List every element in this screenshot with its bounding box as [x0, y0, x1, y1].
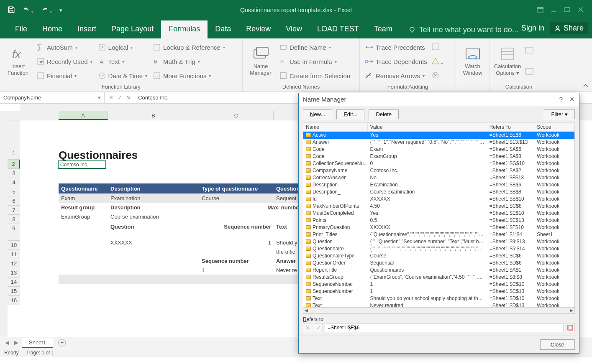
delete-name-button[interactable]: Delete — [369, 109, 399, 119]
name-list-row[interactable]: CorrectAnswerNo=Sheet1!$F$13Workbook — [303, 174, 574, 181]
sign-in-link[interactable]: Sign in — [521, 24, 544, 33]
remove-arrows-button[interactable]: Remove Arrows — [363, 71, 429, 80]
name-box[interactable]: CompanyName ▾ — [0, 92, 105, 103]
name-list[interactable]: ActiveYes=Sheet1!$E$6WorkbookAnswer{"","… — [303, 132, 575, 308]
calculate-now-icon[interactable] — [525, 46, 536, 55]
new-name-button[interactable]: New... — [303, 109, 332, 119]
ribbon-display-icon[interactable] — [537, 7, 543, 14]
row-header[interactable]: 13 — [8, 268, 20, 277]
horizontal-scrollbar[interactable]: ◀▶ — [303, 308, 575, 314]
name-list-row[interactable]: Text_Never required=Sheet1!$D$13Workbook — [303, 302, 574, 308]
tell-me-search[interactable]: Tell me what you want to do... — [408, 25, 518, 38]
col-header-a[interactable]: A — [59, 111, 108, 120]
math-trig-button[interactable]: θMath & Trig — [151, 57, 227, 66]
col-header-b[interactable]: B — [108, 111, 199, 120]
tab-page-layout[interactable]: Page Layout — [104, 20, 161, 38]
row-header[interactable]: 2 — [8, 160, 20, 169]
evaluate-formula-icon[interactable]: fx — [431, 71, 443, 80]
col-header-c[interactable]: C — [199, 111, 274, 120]
row-header[interactable]: 5 — [8, 187, 20, 196]
add-sheet-button[interactable]: + — [58, 339, 66, 346]
watch-window-button[interactable]: Watch Window — [459, 40, 486, 83]
autosum-button[interactable]: ∑AutoSum — [35, 43, 94, 52]
error-checking-icon[interactable] — [431, 57, 443, 66]
name-list-row[interactable]: MustBeCompletedYes=Sheet1!$E$10Workbook — [303, 210, 574, 217]
tab-formulas[interactable]: Formulas — [161, 20, 208, 38]
financial-button[interactable]: Financial — [35, 71, 94, 80]
refers-cancel-icon[interactable]: ✕ — [303, 323, 312, 332]
name-box-dropdown-icon[interactable]: ▾ — [98, 94, 101, 101]
calculation-options-button[interactable]: Calculation Options ▾ — [493, 40, 522, 83]
name-list-row[interactable]: Points0.5=Sheet1!$E$13Workbook — [303, 217, 574, 224]
collapse-ribbon-icon[interactable] — [583, 83, 589, 90]
sheet-nav-next-icon[interactable]: ▶ — [13, 339, 20, 346]
trace-precedents-button[interactable]: Trace Precedents — [363, 43, 429, 52]
name-list-row[interactable]: Questionnaire{"","","","","","","","",""… — [303, 245, 574, 252]
save-icon[interactable] — [8, 6, 15, 15]
redo-icon[interactable] — [41, 6, 52, 15]
use-in-formula-button[interactable]: fxUse in Formula — [278, 57, 352, 66]
row-header[interactable]: 15 — [8, 287, 20, 296]
name-list-row[interactable]: QuestionnaireTypeCourse=Sheet1!$C$6Workb… — [303, 252, 574, 260]
name-list-row[interactable]: CodeExam=Sheet1!$A$6Workbook — [303, 146, 574, 153]
row-header[interactable]: 12 — [8, 259, 20, 268]
name-list-row[interactable]: PrimaryQuestionXXXXXX=Sheet1!$F$10Workbo… — [303, 224, 574, 231]
sheet-tab-sheet1[interactable]: Sheet1 — [22, 338, 53, 348]
row-header[interactable]: 4 — [8, 178, 20, 187]
edit-name-button[interactable]: Edit... — [336, 109, 364, 119]
text-button[interactable]: AText — [97, 57, 149, 66]
filter-button[interactable]: Filter ▾ — [544, 109, 575, 119]
tab-file[interactable]: File — [8, 20, 35, 38]
name-list-row[interactable]: ReportTitleQuestionnaires=Sheet1!$A$1Wor… — [303, 267, 574, 274]
name-list-row[interactable]: IdXXXXXX=Sheet1!$B$10Workbook — [303, 196, 574, 203]
row-header[interactable]: 9 — [8, 224, 20, 241]
name-list-row[interactable]: QuestionOrderSequential=Sheet1!$D$6Workb… — [303, 260, 574, 267]
refers-to-input[interactable] — [325, 323, 564, 332]
recently-used-button[interactable]: ★Recently Used — [35, 57, 94, 66]
dialog-close-icon[interactable]: ✕ — [569, 96, 575, 103]
tab-view[interactable]: View — [278, 20, 310, 38]
tab-home[interactable]: Home — [35, 20, 70, 38]
share-button[interactable]: Share — [550, 22, 588, 34]
tab-data[interactable]: Data — [208, 20, 238, 38]
row-header[interactable]: 11 — [8, 250, 20, 259]
name-list-row[interactable]: Description_Course examination=Sheet1!$B… — [303, 188, 574, 196]
name-list-row[interactable]: DescriptionExamination=Sheet1!$B$6Workbo… — [303, 181, 574, 188]
accept-formula-icon[interactable]: ✓ — [118, 94, 122, 101]
range-selector-icon[interactable] — [566, 323, 575, 332]
row-header[interactable]: 10 — [8, 241, 20, 250]
more-functions-button[interactable]: ⋯More Functions — [151, 71, 227, 80]
row-header[interactable]: 3 — [8, 169, 20, 178]
row-header[interactable]: 16 — [8, 296, 20, 305]
row-header[interactable]: 6 — [8, 196, 20, 206]
name-list-row[interactable]: MaxNumberOfPoints4.50=Sheet1!$C$8Workboo… — [303, 203, 574, 210]
row-header[interactable]: 14 — [8, 277, 20, 287]
name-list-row[interactable]: ActiveYes=Sheet1!$E$6Workbook — [303, 132, 574, 139]
logical-button[interactable]: ?Logical — [97, 43, 149, 52]
sheet-nav-prev-icon[interactable]: ◀ — [3, 339, 11, 346]
row-header[interactable]: 7 — [8, 206, 20, 215]
define-name-button[interactable]: Define Name — [278, 43, 352, 52]
insert-function-button[interactable]: fx Insert Function — [3, 40, 33, 83]
row-header[interactable]: 1 — [8, 149, 20, 160]
undo-icon[interactable] — [23, 6, 33, 15]
name-list-row[interactable]: ResultsGroup{"ExamGroup","Course examina… — [303, 274, 574, 281]
name-list-row[interactable]: CompanyNameContoso Inc.=Sheet1!$A$2Workb… — [303, 167, 574, 174]
close-icon[interactable] — [578, 7, 584, 14]
name-list-row[interactable]: Print_Titles{"Questionnaires","","","","… — [303, 231, 574, 238]
dialog-help-icon[interactable]: ? — [559, 96, 563, 103]
name-manager-button[interactable]: Name Manager — [246, 40, 275, 83]
qat-customize-icon[interactable]: ▾ — [59, 7, 62, 13]
fx-icon[interactable]: fx — [126, 94, 131, 101]
show-formulas-icon[interactable] — [431, 43, 443, 52]
row-header[interactable]: 8 — [8, 215, 20, 224]
name-list-row[interactable]: SequenceNumber1=Sheet1!$C$10Workbook — [303, 281, 574, 288]
create-from-selection-button[interactable]: Create from Selection — [278, 71, 352, 80]
cancel-formula-icon[interactable]: ✕ — [109, 94, 113, 101]
lookup-button[interactable]: Lookup & Reference — [151, 43, 227, 52]
close-button[interactable]: Close — [540, 339, 575, 350]
calculate-sheet-icon[interactable] — [525, 68, 536, 76]
tab-load-test[interactable]: LOAD TEST — [310, 20, 366, 38]
dialog-titlebar[interactable]: Name Manager ? ✕ — [299, 93, 579, 106]
tab-team[interactable]: Team — [366, 20, 400, 38]
